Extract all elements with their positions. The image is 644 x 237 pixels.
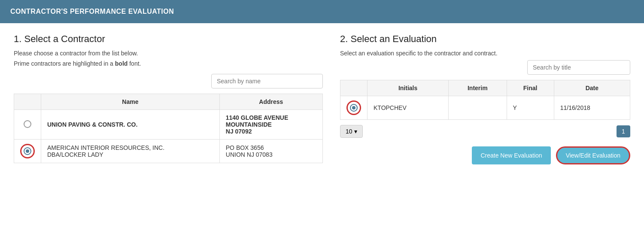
table-row: AMERICAN INTERIOR RESOURCES, INC.DBA/LOC… [14,140,323,163]
header-title: CONTRACTOR'S PERFORMANCE EVALUATION [10,8,174,15]
eval-final-e1: Y [507,96,554,120]
section1-desc2: Prime contractors are highlighted in a b… [14,60,323,67]
section2-desc: Select an evaluation specific to the con… [340,50,630,57]
page-number-badge[interactable]: 1 [617,125,630,137]
section1-title: 1. Select a Contractor [14,33,323,45]
section1-desc2-prefix: Prime contractors are highlighted in a [14,60,115,67]
page-size-dropdown-icon: ▾ [354,128,357,135]
pagination-row: 10 ▾ 1 [340,125,630,138]
page-size-button[interactable]: 10 ▾ [340,125,363,138]
contractor-table: Name Address UNION PAVING & CONSTR. CO. … [14,94,323,163]
contractor-name-c1[interactable]: UNION PAVING & CONSTR. CO. [41,110,220,140]
main-content: 1. Select a Contractor Please choose a c… [0,23,644,175]
contractor-name-c2[interactable]: AMERICAN INTERIOR RESOURCES, INC.DBA/LOC… [41,140,220,163]
eval-col-date: Date [554,80,630,96]
contractor-address-c2: PO BOX 3656 UNION NJ 07083 [219,140,322,163]
contractor-col-address: Address [219,94,322,110]
view-edit-evaluation-button[interactable]: View/Edit Evaluation [556,146,630,164]
radio-cell-e1[interactable] [340,96,368,120]
eval-table-header-row: Initials Interim Final Date [340,80,630,96]
selected-radio-e1[interactable] [346,100,361,115]
eval-col-interim: Interim [449,80,507,96]
section1-desc2-suffix: font. [128,60,141,67]
contractor-col-name: Name [41,94,220,110]
page-size-value: 10 [346,128,352,135]
section1-bold: bold [115,60,128,67]
eval-date-e1: 11/16/2018 [554,96,630,120]
contractor-col-radio [14,94,41,110]
evaluation-table: Initials Interim Final Date KTOPCHEV Y [340,80,630,120]
contractor-section: 1. Select a Contractor Please choose a c… [14,33,323,164]
radio-inner-c2 [24,147,31,155]
create-evaluation-button[interactable]: Create New Evaluation [472,146,550,164]
search-contractor-input[interactable] [211,74,323,88]
eval-col-radio [340,80,368,96]
search-evaluation-input[interactable] [527,60,630,75]
eval-col-initials: Initials [368,80,449,96]
contractor-address-c1: 1140 GLOBE AVENUE MOUNTAINSIDE NJ 07092 [219,110,322,140]
eval-col-final: Final [507,80,554,96]
radio-inner-e1 [350,104,358,112]
radio-unselected-c1[interactable] [24,120,31,128]
table-row: KTOPCHEV Y 11/16/2018 [340,96,630,120]
contractor-table-header-row: Name Address [14,94,323,110]
radio-cell-c1[interactable] [14,110,41,140]
table-row: UNION PAVING & CONSTR. CO. 1140 GLOBE AV… [14,110,323,140]
section2-title: 2. Select an Evaluation [340,33,630,45]
eval-interim-e1 [449,96,507,120]
section1-desc1: Please choose a contractor from the list… [14,50,323,57]
action-buttons: Create New Evaluation View/Edit Evaluati… [340,146,630,164]
radio-cell-c2[interactable] [14,140,41,163]
eval-initials-e1: KTOPCHEV [368,96,449,120]
selected-radio-c2[interactable] [20,144,35,158]
evaluation-section: 2. Select an Evaluation Select an evalua… [340,33,630,164]
page-header: CONTRACTOR'S PERFORMANCE EVALUATION [0,0,644,23]
